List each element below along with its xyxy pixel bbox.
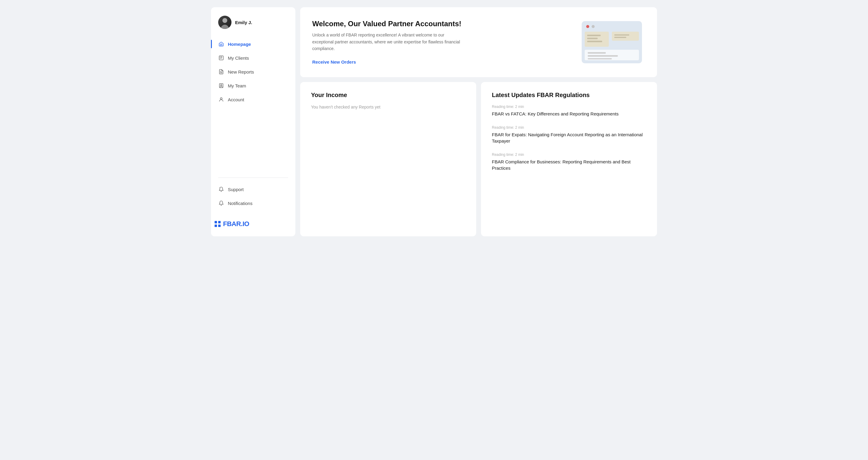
svg-rect-12: [587, 38, 598, 39]
svg-point-9: [592, 25, 595, 28]
welcome-title: Welcome, Our Valued Partner Accountants!: [312, 20, 493, 28]
regulation-item-2: Reading time: 2 min FBAR Compliance for …: [492, 153, 646, 171]
svg-rect-11: [587, 35, 601, 36]
sidebar-item-my-clients[interactable]: My Clients: [215, 51, 292, 64]
account-icon: [218, 96, 224, 102]
avatar-image: [218, 16, 231, 29]
sidebar-item-label-notifications: Notifications: [228, 201, 253, 206]
sidebar-item-notifications[interactable]: Notifications: [215, 196, 292, 210]
receive-orders-link[interactable]: Receive New Orders: [312, 59, 356, 64]
sidebar-item-label-homepage: Homepage: [228, 41, 251, 47]
regulation-article-title-0: FBAR vs FATCA: Key Differences and Repor…: [492, 111, 646, 117]
regulation-item-1: Reading time: 2 min FBAR for Expats: Nav…: [492, 125, 646, 144]
sidebar-item-label-account: Account: [228, 97, 244, 102]
clients-icon: [218, 55, 224, 61]
home-icon: [218, 41, 224, 47]
sidebar-item-label-my-clients: My Clients: [228, 56, 249, 61]
bell-icon: [218, 200, 224, 206]
regulation-item-0: Reading time: 2 min FBAR vs FATCA: Key D…: [492, 104, 646, 117]
svg-rect-15: [614, 34, 629, 36]
svg-point-4: [221, 84, 222, 86]
welcome-card: Welcome, Our Valued Partner Accountants!…: [300, 7, 657, 77]
regulations-title: Latest Updates FBAR Regulations: [492, 92, 646, 98]
sidebar-item-new-reports[interactable]: New Reports: [215, 65, 292, 79]
svg-rect-16: [614, 37, 626, 38]
logo-dot-1: [215, 221, 217, 223]
sidebar-item-account[interactable]: Account: [215, 93, 292, 106]
main-content: Welcome, Our Valued Partner Accountants!…: [300, 7, 657, 236]
reading-time-0: Reading time: 2 min: [492, 104, 646, 109]
logo-dot-4: [218, 224, 221, 227]
team-icon: [218, 83, 224, 89]
logo-dot-2: [218, 221, 221, 223]
sidebar-item-homepage[interactable]: Homepage: [215, 37, 292, 51]
regulations-card: Latest Updates FBAR Regulations Reading …: [481, 82, 657, 236]
sidebar-bottom: Support Notifications: [211, 183, 296, 210]
sidebar-item-label-new-reports: New Reports: [228, 69, 254, 74]
income-card: Your Income You haven't checked any Repo…: [300, 82, 476, 236]
svg-rect-18: [588, 52, 606, 54]
sidebar-user: Emily J.: [211, 16, 296, 37]
svg-rect-14: [612, 32, 639, 41]
welcome-subtitle: Unlock a world of FBAR reporting excelle…: [312, 32, 463, 52]
sidebar: Emily J. Homepage: [211, 7, 296, 236]
svg-point-5: [220, 98, 222, 99]
reading-time-2: Reading time: 2 min: [492, 153, 646, 157]
user-name: Emily J.: [235, 20, 252, 25]
income-empty-state: You haven't checked any Reports yet: [311, 104, 465, 110]
avatar: [218, 16, 231, 29]
sidebar-item-support[interactable]: Support: [215, 183, 292, 196]
svg-rect-19: [588, 55, 618, 57]
welcome-illustration: [579, 18, 645, 66]
logo-grid-icon: [215, 221, 221, 227]
sidebar-item-my-team[interactable]: My Team: [215, 79, 292, 92]
reports-icon: [218, 69, 224, 75]
welcome-text-block: Welcome, Our Valued Partner Accountants!…: [312, 20, 493, 64]
sidebar-item-label-support: Support: [228, 187, 244, 192]
support-icon: [218, 186, 224, 192]
svg-rect-13: [587, 41, 602, 42]
logo-text: FBAR.IO: [223, 220, 249, 228]
sidebar-item-label-my-team: My Team: [228, 83, 246, 88]
bottom-row: Your Income You haven't checked any Repo…: [300, 82, 657, 236]
reading-time-1: Reading time: 2 min: [492, 125, 646, 130]
logo-dot-3: [215, 224, 217, 227]
svg-point-8: [586, 25, 589, 28]
regulation-article-title-1: FBAR for Expats: Navigating Foreign Acco…: [492, 131, 646, 144]
sidebar-logo: FBAR.IO: [211, 215, 296, 228]
income-title: Your Income: [311, 92, 465, 98]
nav-menu: Homepage My Clients: [211, 37, 296, 173]
svg-rect-20: [588, 58, 612, 59]
app-container: Emily J. Homepage: [211, 7, 657, 236]
regulation-article-title-2: FBAR Compliance for Businesses: Reportin…: [492, 159, 646, 171]
sidebar-divider: [218, 178, 288, 178]
